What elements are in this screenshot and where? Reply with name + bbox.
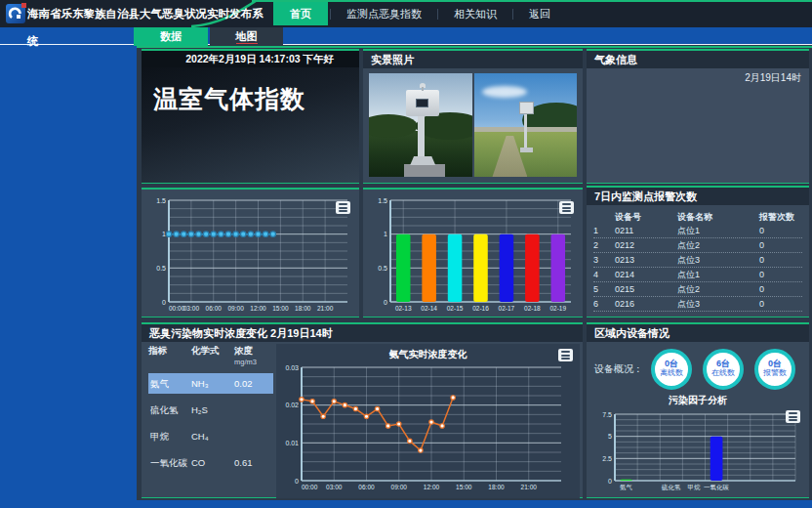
svg-text:0: 0 bbox=[295, 478, 299, 485]
pollutant-realtime-panel: 恶臭污染物实时浓度变化 2月19日14时 指标 化学式 浓度 mg/m3 氨气N… bbox=[142, 322, 583, 498]
nav-divider bbox=[512, 9, 513, 20]
chart-menu-icon[interactable] bbox=[559, 201, 574, 214]
svg-text:21:00: 21:00 bbox=[521, 484, 538, 490]
svg-text:一氧化碳: 一氧化碳 bbox=[704, 484, 730, 491]
pollutant-table-header: 指标 化学式 浓度 mg/m3 bbox=[148, 345, 276, 366]
stat-count: 0台 bbox=[655, 359, 688, 368]
svg-text:0: 0 bbox=[608, 478, 612, 485]
nav-item-knowledge[interactable]: 相关知识 bbox=[440, 2, 510, 25]
row-index: 4 bbox=[593, 268, 615, 281]
row-index: 1 bbox=[593, 224, 615, 237]
device-id: 0211 bbox=[615, 224, 677, 237]
pollutant-row[interactable]: 硫化氢H₂S bbox=[148, 400, 273, 420]
stat-count: 6台 bbox=[707, 359, 740, 368]
area-devices-panel: 区域内设备情况 设备概况： 0台离线数6台在线数0台报警数 污染因子分析 02.… bbox=[587, 322, 809, 498]
stat-label: 在线数 bbox=[707, 368, 740, 377]
device-stat-circles: 0台离线数6台在线数0台报警数 bbox=[651, 349, 795, 390]
svg-text:06:00: 06:00 bbox=[358, 484, 375, 490]
table-row: 10211点位10 bbox=[593, 224, 802, 238]
chart-menu-icon[interactable] bbox=[558, 349, 573, 361]
row-index: 5 bbox=[593, 282, 615, 296]
daily-index-chart-panel: 00.511.502-1302-1402-1502-1602-1702-1802… bbox=[363, 188, 583, 318]
svg-text:12:00: 12:00 bbox=[250, 305, 266, 312]
photo1-equipment-pole bbox=[418, 116, 425, 157]
pollutant-row[interactable]: 甲烷CH₄ bbox=[148, 426, 273, 446]
sidebar bbox=[0, 27, 137, 508]
greeting-panel: 2022年2月19日 14:17:03 下午好 温室气体指数 bbox=[142, 49, 359, 184]
pollutant-formula: CH₄ bbox=[191, 426, 234, 446]
svg-text:7.5: 7.5 bbox=[602, 411, 612, 418]
photo2-equipment-box bbox=[519, 102, 534, 114]
svg-text:02-16: 02-16 bbox=[472, 305, 489, 312]
table-row: 60216点位30 bbox=[593, 297, 802, 312]
row-index: 2 bbox=[593, 238, 615, 252]
device-id: 0212 bbox=[615, 238, 677, 252]
concentration-unit: mg/m3 bbox=[234, 358, 275, 366]
alarm-count: 0 bbox=[759, 253, 802, 267]
site-photo-1 bbox=[369, 73, 472, 177]
pollutant-value bbox=[234, 400, 271, 420]
nav-item-back[interactable]: 返回 bbox=[515, 2, 564, 25]
device-overview-label: 设备概况： bbox=[594, 362, 651, 376]
svg-text:0.01: 0.01 bbox=[285, 440, 299, 446]
alarm-count-panel: 7日内监测点报警次数 设备号 设备名称 报警次数 10211点位1020212点… bbox=[587, 186, 809, 318]
device-name: 点位3 bbox=[677, 297, 759, 311]
pollutant-value: 0.61 bbox=[234, 452, 271, 473]
stat-count: 0台 bbox=[758, 359, 792, 368]
pollutant-name: 甲烷 bbox=[148, 426, 191, 446]
daily-index-chart: 00.511.502-1302-1402-1502-1602-1702-1802… bbox=[363, 190, 583, 319]
svg-text:21:00: 21:00 bbox=[317, 305, 334, 312]
photo-row bbox=[369, 73, 577, 177]
svg-text:09:00: 09:00 bbox=[391, 484, 408, 490]
chart-menu-icon[interactable] bbox=[786, 410, 800, 423]
svg-text:02-13: 02-13 bbox=[395, 305, 412, 312]
table-row: 50215点位20 bbox=[593, 282, 802, 297]
svg-text:0: 0 bbox=[384, 299, 387, 306]
device-name: 点位3 bbox=[677, 253, 759, 267]
photo1-equipment-plinth bbox=[404, 164, 445, 177]
nav-item-home[interactable]: 首页 bbox=[273, 2, 328, 25]
device-stat-circle-online: 6台在线数 bbox=[703, 349, 744, 390]
pollutant-formula: CO bbox=[191, 452, 234, 473]
dashboard-root: 海南省乐东黎族自治县大气恶臭状况实时发布系统 首页监测点恶臭指数相关知识返回 数… bbox=[0, 0, 812, 508]
col-device-id: 设备号 bbox=[615, 210, 677, 224]
col-index bbox=[593, 210, 615, 224]
device-name: 点位1 bbox=[677, 224, 759, 237]
photo2-equipment-base bbox=[520, 148, 533, 152]
col-concentration: 浓度 mg/m3 bbox=[234, 345, 275, 366]
svg-text:02-18: 02-18 bbox=[524, 305, 541, 312]
svg-text:02-17: 02-17 bbox=[499, 305, 515, 312]
svg-text:00:00: 00:00 bbox=[302, 484, 318, 490]
nav-item-odor-index[interactable]: 监测点恶臭指数 bbox=[333, 2, 435, 25]
svg-text:02-19: 02-19 bbox=[549, 305, 566, 312]
device-id: 0214 bbox=[615, 268, 677, 281]
svg-text:甲烷: 甲烷 bbox=[687, 484, 701, 490]
pollutant-row[interactable]: 氨气NH₃0.02 bbox=[148, 373, 273, 394]
panel-title: 7日内监测点报警次数 bbox=[587, 188, 809, 205]
pollutant-value bbox=[234, 426, 271, 446]
svg-text:2.5: 2.5 bbox=[602, 455, 612, 462]
photo1-equipment-base bbox=[410, 156, 435, 165]
pollutant-name: 氨气 bbox=[148, 373, 191, 394]
alarm-table-body: 10211点位1020212点位2030213点位3040214点位105021… bbox=[593, 224, 802, 312]
table-row: 30213点位30 bbox=[593, 253, 802, 268]
pollutant-row[interactable]: 一氧化碳CO0.61 bbox=[148, 452, 273, 473]
alarm-count: 0 bbox=[759, 282, 802, 296]
svg-text:0.03: 0.03 bbox=[285, 364, 299, 371]
chart-menu-icon[interactable] bbox=[336, 201, 350, 214]
factor-analysis-title: 污染因子分析 bbox=[587, 394, 809, 408]
row-index: 6 bbox=[593, 297, 615, 311]
system-title: 海南省乐东黎族自治县大气恶臭状况实时发布系统 bbox=[27, 0, 264, 55]
row-index: 3 bbox=[593, 253, 615, 267]
photo2-cloud bbox=[482, 86, 527, 98]
photo2-equipment-pole bbox=[524, 113, 527, 150]
col-device-name: 设备名称 bbox=[677, 210, 759, 224]
pollutant-formula: H₂S bbox=[191, 400, 234, 420]
svg-text:02-14: 02-14 bbox=[421, 305, 437, 312]
photo1-equipment-antenna-pole bbox=[422, 87, 424, 91]
stat-label: 离线数 bbox=[655, 368, 688, 377]
svg-text:1: 1 bbox=[162, 231, 166, 237]
greenhouse-index-chart: 00.511.500:0003:0006:0009:0012:0015:0018… bbox=[142, 190, 359, 319]
panel-title: 恶臭污染物实时浓度变化 2月19日14时 bbox=[142, 324, 583, 342]
pollutant-formula: NH₃ bbox=[191, 373, 234, 394]
